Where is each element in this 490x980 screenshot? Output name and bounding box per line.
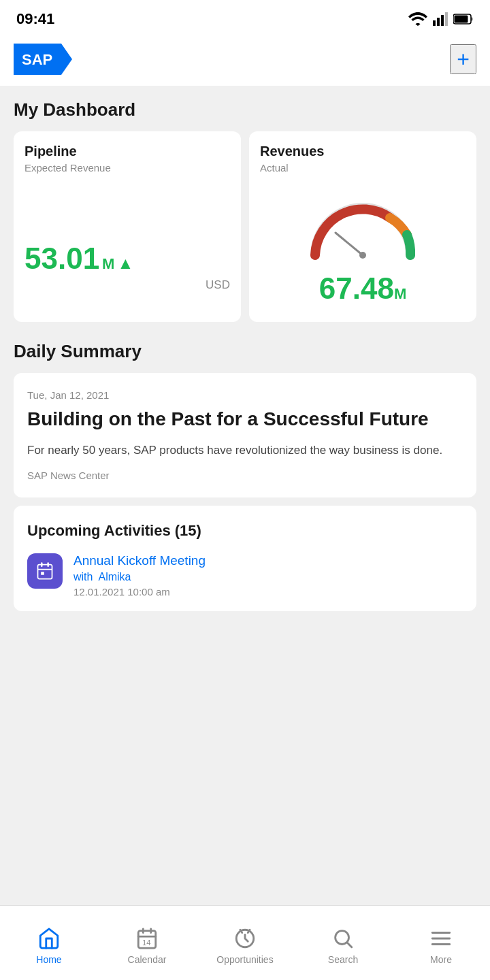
calendar-icon: [35, 561, 54, 581]
news-date: Tue, Jan 12, 2021: [27, 389, 463, 401]
news-body: For nearly 50 years, SAP products have r…: [27, 442, 463, 459]
nav-more-label: More: [430, 954, 452, 965]
svg-rect-9: [38, 565, 52, 579]
search-nav-icon: [331, 927, 355, 950]
pipeline-subtitle: Expected Revenue: [24, 162, 230, 174]
sap-logo: SAP: [14, 44, 72, 75]
pipeline-title: Pipeline: [24, 144, 230, 159]
svg-rect-0: [433, 20, 436, 26]
nav-opportunities[interactable]: Opportunities: [196, 906, 294, 980]
svg-rect-1: [437, 18, 440, 26]
nav-search[interactable]: Search: [294, 906, 392, 980]
header: SAP +: [0, 35, 490, 86]
status-time: 09:41: [16, 10, 54, 28]
pipeline-arrow: ▲: [117, 254, 133, 273]
dashboard-cards: Pipeline Expected Revenue 53.01M ▲ USD R…: [14, 131, 476, 322]
activity-details: Annual Kickoff Meeting with Almika 12.01…: [74, 553, 206, 598]
nav-calendar[interactable]: 14 Calendar: [98, 906, 196, 980]
svg-line-21: [348, 943, 352, 947]
pipeline-card[interactable]: Pipeline Expected Revenue 53.01M ▲ USD: [14, 131, 241, 322]
pipeline-currency: USD: [24, 278, 230, 292]
bottom-nav: Home 14 Calendar Opportunities: [0, 905, 490, 980]
revenues-card[interactable]: Revenues Actual 67.48M: [249, 131, 476, 322]
svg-rect-13: [41, 572, 44, 575]
nav-calendar-label: Calendar: [128, 954, 167, 965]
activity-time: 12.01.2021 10:00 am: [74, 586, 206, 598]
nav-home-label: Home: [36, 954, 61, 965]
svg-rect-3: [445, 12, 448, 26]
nav-home[interactable]: Home: [0, 906, 98, 980]
calendar-nav-icon: 14: [135, 927, 159, 950]
svg-point-8: [359, 252, 366, 259]
wifi-icon: [408, 12, 427, 26]
nav-more[interactable]: More: [392, 906, 490, 980]
svg-line-7: [336, 233, 363, 255]
main-content: My Dashboard Pipeline Expected Revenue 5…: [0, 86, 490, 704]
activity-with-label: with: [74, 571, 93, 583]
signal-icon: [433, 12, 448, 26]
svg-rect-2: [441, 15, 444, 26]
svg-text:SAP: SAP: [22, 51, 52, 68]
revenues-value: 67.48M: [260, 272, 466, 306]
activity-person[interactable]: Almika: [98, 571, 131, 583]
pipeline-value: 53.01M ▲: [24, 242, 230, 276]
revenues-unit: M: [394, 285, 406, 302]
svg-text:14: 14: [142, 938, 151, 946]
revenues-title: Revenues: [260, 144, 466, 159]
nav-opportunities-label: Opportunities: [216, 954, 273, 965]
status-icons: [408, 12, 474, 26]
nav-search-label: Search: [328, 954, 358, 965]
pipeline-number-text: 53.01: [24, 242, 99, 276]
revenues-subtitle: Actual: [260, 162, 466, 174]
activity-item[interactable]: Annual Kickoff Meeting with Almika 12.01…: [27, 553, 463, 611]
opportunities-icon: [233, 927, 257, 950]
svg-point-20: [336, 930, 349, 944]
news-card[interactable]: Tue, Jan 12, 2021 Building on the Past f…: [14, 373, 476, 497]
pipeline-unit: M: [102, 255, 114, 273]
activity-with: with Almika: [74, 571, 206, 583]
sap-logo-image: SAP: [14, 44, 72, 75]
battery-icon: [453, 14, 474, 24]
news-source: SAP News Center: [27, 470, 463, 481]
news-title: Building on the Past for a Successful Fu…: [27, 408, 463, 431]
more-icon: [429, 927, 453, 950]
gauge-container: [260, 187, 466, 269]
daily-summary-section: Daily Summary Tue, Jan 12, 2021 Building…: [14, 341, 476, 611]
status-bar: 09:41: [0, 0, 490, 35]
svg-rect-5: [455, 16, 468, 23]
activities-title: Upcoming Activities (15): [27, 522, 463, 540]
activities-card[interactable]: Upcoming Activities (15) Annual Kickoff …: [14, 506, 476, 611]
add-button[interactable]: +: [450, 44, 476, 74]
activity-calendar-icon: [27, 553, 63, 589]
daily-summary-title: Daily Summary: [14, 341, 476, 362]
activity-name[interactable]: Annual Kickoff Meeting: [74, 553, 206, 568]
dashboard-title: My Dashboard: [14, 99, 476, 120]
gauge-chart: [301, 191, 424, 265]
home-icon: [37, 927, 61, 950]
revenues-number-text: 67.48: [319, 272, 394, 305]
